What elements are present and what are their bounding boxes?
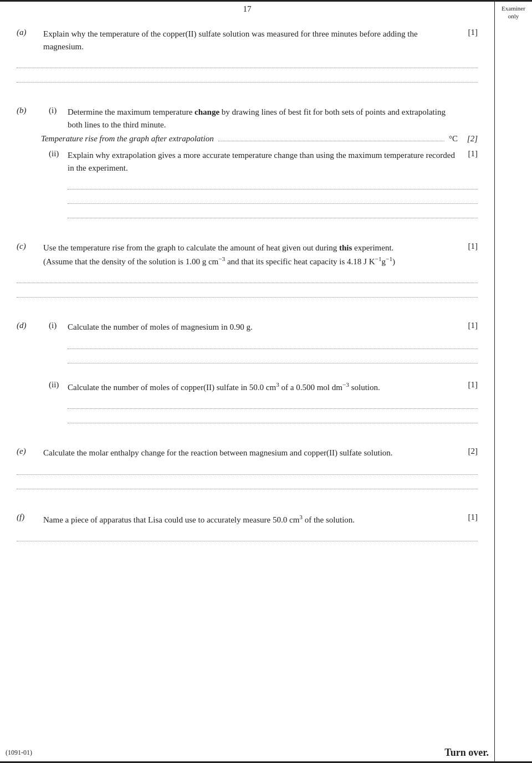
- question-e-label: (e): [17, 447, 43, 456]
- answer-line: [17, 56, 478, 68]
- question-b-ii-answer: [17, 177, 478, 218]
- question-f-mark: [1]: [458, 513, 478, 522]
- answer-line: [17, 463, 478, 475]
- question-c-mark: [1]: [458, 242, 478, 251]
- question-f: (f) Name a piece of apparatus that Lisa …: [17, 513, 478, 542]
- question-d: (d) (i) Calculate the number of moles of…: [17, 321, 478, 423]
- question-a-answer: [17, 56, 478, 83]
- answer-line: [68, 192, 478, 204]
- question-b: (b) (i) Determine the maximum temperatur…: [17, 106, 478, 218]
- question-d-i-row: (d) (i) Calculate the number of moles of…: [17, 321, 478, 334]
- temp-rise-dots: [218, 141, 444, 141]
- question-a-row: (a) Explain why the temperature of the c…: [17, 28, 478, 53]
- answer-line: [68, 206, 478, 218]
- temp-rise-label: Temperature rise from the graph after ex…: [41, 134, 214, 144]
- question-e-row: (e) Calculate the molar enthalpy change …: [17, 447, 478, 459]
- page-wrapper: Examiner only 17 (a) Explain why the tem…: [0, 0, 532, 763]
- footer: (1091-01) Turn over.: [6, 747, 489, 759]
- examiner-line2: only: [508, 13, 519, 19]
- question-d-i-mark: [1]: [458, 321, 478, 330]
- answer-line: [68, 177, 478, 190]
- page-number: 17: [0, 4, 494, 14]
- answer-line: [68, 337, 478, 349]
- examiner-line1: Examiner: [502, 5, 525, 12]
- top-border: [0, 0, 532, 2]
- answer-line: [17, 529, 478, 541]
- question-c-text: Use the temperature rise from the graph …: [43, 242, 458, 268]
- question-f-row: (f) Name a piece of apparatus that Lisa …: [17, 513, 478, 526]
- answer-line: [17, 271, 478, 283]
- question-b-ii-text: Explain why extrapolation gives a more a…: [68, 149, 458, 174]
- question-d-i-answer: [17, 337, 478, 363]
- question-b-ii-sub: (ii): [43, 149, 68, 158]
- temp-mark: [2]: [458, 134, 478, 144]
- question-d-ii-text: Calculate the number of moles of copper(…: [68, 380, 458, 394]
- turn-over-label: Turn over.: [444, 747, 489, 759]
- question-a: (a) Explain why the temperature of the c…: [17, 28, 478, 83]
- answer-line: [17, 477, 478, 489]
- question-f-answer: [17, 529, 478, 541]
- question-e-mark: [2]: [458, 447, 478, 456]
- question-a-label: (a): [17, 28, 43, 37]
- question-b-label: (b): [17, 106, 43, 115]
- question-d-i-text: Calculate the number of moles of magnesi…: [68, 321, 458, 334]
- question-a-mark: [1]: [458, 28, 478, 37]
- question-f-text: Name a piece of apparatus that Lisa coul…: [43, 513, 458, 526]
- answer-line: [17, 285, 478, 298]
- answer-line: [17, 70, 478, 83]
- question-a-text: Explain why the temperature of the coppe…: [43, 28, 458, 53]
- answer-line: [68, 351, 478, 363]
- question-b-i-sub: (i): [43, 106, 68, 115]
- question-d-ii-row: (ii) Calculate the number of moles of co…: [17, 380, 478, 394]
- question-b-i-row: (b) (i) Determine the maximum temperatur…: [17, 106, 478, 131]
- answer-line: [68, 397, 478, 409]
- question-c-label: (c): [17, 242, 43, 251]
- question-c-answer: [17, 271, 478, 298]
- question-d-i-sub: (i): [43, 321, 68, 330]
- temp-rise-row: Temperature rise from the graph after ex…: [41, 134, 478, 144]
- question-b-ii-mark: [1]: [458, 149, 478, 158]
- answer-line: [68, 411, 478, 423]
- question-e-answer: [17, 463, 478, 489]
- question-d-ii-mark: [1]: [458, 380, 478, 390]
- examiner-only-label: Examiner only: [495, 0, 532, 23]
- question-d-ii-sub: (ii): [43, 380, 68, 390]
- question-d-ii-answer: [17, 397, 478, 423]
- question-c-row: (c) Use the temperature rise from the gr…: [17, 242, 478, 268]
- question-b-ii-row: (ii) Explain why extrapolation gives a m…: [17, 149, 478, 174]
- footer-code: (1091-01): [6, 749, 32, 757]
- question-c: (c) Use the temperature rise from the gr…: [17, 242, 478, 298]
- temp-unit: °C: [449, 134, 458, 144]
- question-f-label: (f): [17, 513, 43, 522]
- question-d-label: (d): [17, 321, 43, 330]
- question-b-i-text: Determine the maximum temperature change…: [68, 106, 458, 131]
- question-e-text: Calculate the molar enthalpy change for …: [43, 447, 458, 459]
- examiner-only-column: Examiner only: [494, 0, 532, 763]
- main-content: (a) Explain why the temperature of the c…: [0, 28, 494, 585]
- question-e: (e) Calculate the molar enthalpy change …: [17, 447, 478, 489]
